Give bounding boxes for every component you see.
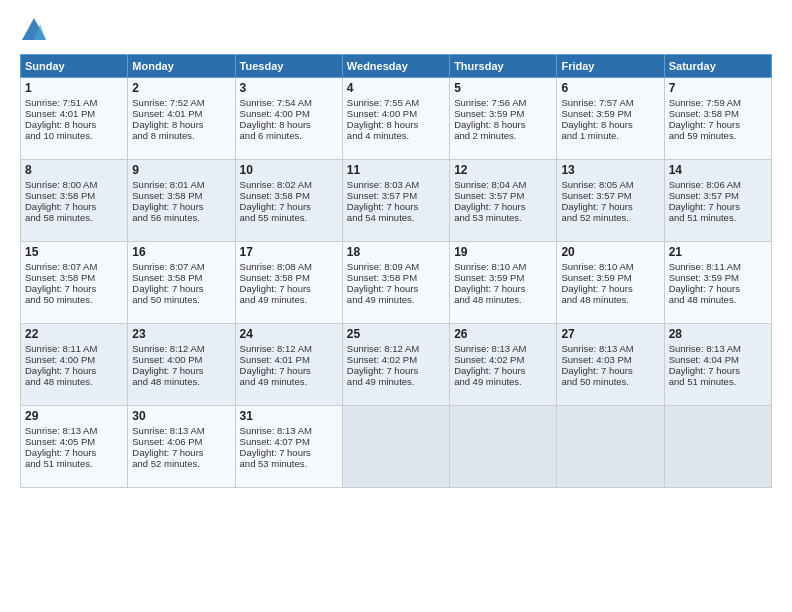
day-number: 15	[25, 245, 123, 259]
day-number: 27	[561, 327, 659, 341]
cell-line: Sunrise: 7:56 AM	[454, 97, 552, 108]
cell-line: Sunrise: 7:55 AM	[347, 97, 445, 108]
day-number: 22	[25, 327, 123, 341]
cell-line: Sunrise: 8:12 AM	[347, 343, 445, 354]
day-number: 19	[454, 245, 552, 259]
day-number: 21	[669, 245, 767, 259]
cell-line: Sunset: 3:58 PM	[132, 272, 230, 283]
day-number: 5	[454, 81, 552, 95]
calendar-cell	[342, 406, 449, 488]
cell-line: Sunset: 4:05 PM	[25, 436, 123, 447]
calendar-cell: 9Sunrise: 8:01 AMSunset: 3:58 PMDaylight…	[128, 160, 235, 242]
cell-line: Sunset: 4:01 PM	[132, 108, 230, 119]
cell-line: Daylight: 7 hours	[240, 201, 338, 212]
cell-line: Sunset: 4:03 PM	[561, 354, 659, 365]
day-number: 14	[669, 163, 767, 177]
cell-line: Daylight: 8 hours	[454, 119, 552, 130]
calendar-cell: 7Sunrise: 7:59 AMSunset: 3:58 PMDaylight…	[664, 78, 771, 160]
day-number: 3	[240, 81, 338, 95]
weekday-header-sunday: Sunday	[21, 55, 128, 78]
calendar-cell: 31Sunrise: 8:13 AMSunset: 4:07 PMDayligh…	[235, 406, 342, 488]
cell-line: Sunrise: 8:09 AM	[347, 261, 445, 272]
cell-line: and 52 minutes.	[132, 458, 230, 469]
calendar-cell: 3Sunrise: 7:54 AMSunset: 4:00 PMDaylight…	[235, 78, 342, 160]
logo-icon	[20, 16, 48, 44]
calendar-header: SundayMondayTuesdayWednesdayThursdayFrid…	[21, 55, 772, 78]
cell-line: Daylight: 8 hours	[240, 119, 338, 130]
calendar-cell: 2Sunrise: 7:52 AMSunset: 4:01 PMDaylight…	[128, 78, 235, 160]
cell-line: Sunrise: 8:03 AM	[347, 179, 445, 190]
cell-line: and 50 minutes.	[25, 294, 123, 305]
cell-line: Sunset: 4:00 PM	[25, 354, 123, 365]
calendar-cell: 20Sunrise: 8:10 AMSunset: 3:59 PMDayligh…	[557, 242, 664, 324]
cell-line: Sunrise: 7:59 AM	[669, 97, 767, 108]
calendar-cell: 11Sunrise: 8:03 AMSunset: 3:57 PMDayligh…	[342, 160, 449, 242]
cell-line: Daylight: 7 hours	[669, 201, 767, 212]
cell-line: and 4 minutes.	[347, 130, 445, 141]
weekday-header-wednesday: Wednesday	[342, 55, 449, 78]
cell-line: and 53 minutes.	[454, 212, 552, 223]
cell-line: and 2 minutes.	[454, 130, 552, 141]
cell-line: Daylight: 7 hours	[561, 201, 659, 212]
cell-line: Sunset: 4:00 PM	[132, 354, 230, 365]
cell-line: Sunrise: 8:11 AM	[25, 343, 123, 354]
cell-line: Sunset: 3:58 PM	[25, 272, 123, 283]
calendar-cell: 17Sunrise: 8:08 AMSunset: 3:58 PMDayligh…	[235, 242, 342, 324]
cell-line: Sunset: 4:00 PM	[347, 108, 445, 119]
cell-line: and 50 minutes.	[561, 376, 659, 387]
cell-line: Sunset: 4:02 PM	[347, 354, 445, 365]
day-number: 9	[132, 163, 230, 177]
cell-line: Daylight: 7 hours	[561, 365, 659, 376]
cell-line: Daylight: 7 hours	[25, 365, 123, 376]
cell-line: Sunrise: 8:13 AM	[561, 343, 659, 354]
cell-line: Daylight: 7 hours	[25, 447, 123, 458]
calendar-cell: 5Sunrise: 7:56 AMSunset: 3:59 PMDaylight…	[450, 78, 557, 160]
cell-line: Daylight: 8 hours	[132, 119, 230, 130]
day-number: 17	[240, 245, 338, 259]
cell-line: Sunrise: 7:51 AM	[25, 97, 123, 108]
cell-line: Sunset: 3:58 PM	[25, 190, 123, 201]
cell-line: and 53 minutes.	[240, 458, 338, 469]
calendar-cell: 21Sunrise: 8:11 AMSunset: 3:59 PMDayligh…	[664, 242, 771, 324]
cell-line: and 1 minute.	[561, 130, 659, 141]
day-number: 4	[347, 81, 445, 95]
cell-line: Sunrise: 8:06 AM	[669, 179, 767, 190]
cell-line: Daylight: 8 hours	[25, 119, 123, 130]
cell-line: and 6 minutes.	[240, 130, 338, 141]
cell-line: Sunset: 4:04 PM	[669, 354, 767, 365]
day-number: 31	[240, 409, 338, 423]
day-number: 11	[347, 163, 445, 177]
cell-line: Daylight: 7 hours	[240, 447, 338, 458]
weekday-header-tuesday: Tuesday	[235, 55, 342, 78]
cell-line: Daylight: 7 hours	[561, 283, 659, 294]
cell-line: Sunrise: 8:13 AM	[240, 425, 338, 436]
cell-line: Sunset: 3:59 PM	[561, 272, 659, 283]
cell-line: Sunrise: 8:12 AM	[132, 343, 230, 354]
cell-line: Daylight: 7 hours	[132, 283, 230, 294]
cell-line: and 56 minutes.	[132, 212, 230, 223]
cell-line: and 51 minutes.	[669, 376, 767, 387]
cell-line: Daylight: 7 hours	[669, 365, 767, 376]
cell-line: Sunrise: 8:13 AM	[25, 425, 123, 436]
cell-line: Sunrise: 8:13 AM	[454, 343, 552, 354]
cell-line: Daylight: 7 hours	[347, 283, 445, 294]
cell-line: Sunset: 4:00 PM	[240, 108, 338, 119]
cell-line: Sunrise: 7:57 AM	[561, 97, 659, 108]
cell-line: Daylight: 7 hours	[347, 365, 445, 376]
cell-line: Sunrise: 8:10 AM	[561, 261, 659, 272]
cell-line: Sunset: 4:01 PM	[240, 354, 338, 365]
calendar-cell: 28Sunrise: 8:13 AMSunset: 4:04 PMDayligh…	[664, 324, 771, 406]
calendar-week-1: 1Sunrise: 7:51 AMSunset: 4:01 PMDaylight…	[21, 78, 772, 160]
cell-line: Sunrise: 8:01 AM	[132, 179, 230, 190]
cell-line: Sunset: 4:06 PM	[132, 436, 230, 447]
calendar-cell: 18Sunrise: 8:09 AMSunset: 3:58 PMDayligh…	[342, 242, 449, 324]
calendar-cell	[557, 406, 664, 488]
cell-line: Daylight: 7 hours	[454, 283, 552, 294]
weekday-header-monday: Monday	[128, 55, 235, 78]
cell-line: Sunset: 3:59 PM	[669, 272, 767, 283]
day-number: 16	[132, 245, 230, 259]
calendar-cell: 14Sunrise: 8:06 AMSunset: 3:57 PMDayligh…	[664, 160, 771, 242]
cell-line: Sunset: 3:58 PM	[347, 272, 445, 283]
cell-line: and 48 minutes.	[669, 294, 767, 305]
cell-line: Daylight: 7 hours	[25, 201, 123, 212]
